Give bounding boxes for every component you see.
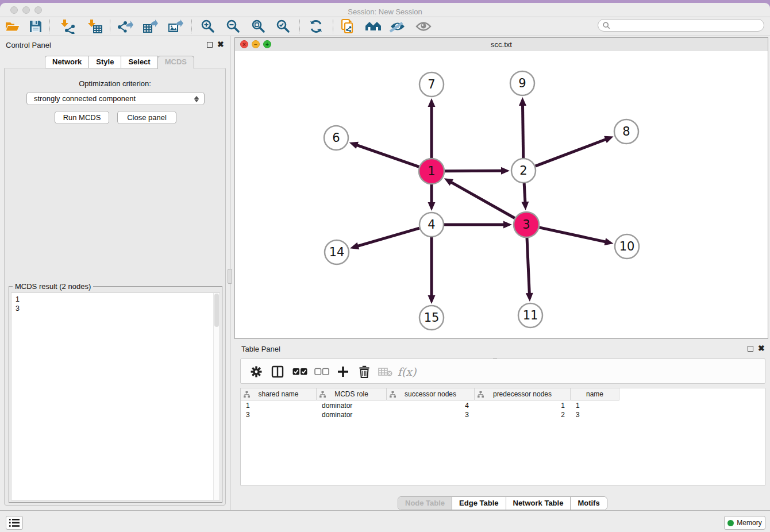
network-graph[interactable]: 1234678910111415 (235, 51, 768, 338)
table-panel-float-icon[interactable] (748, 346, 753, 352)
graph-arrowhead-1-7 (428, 98, 436, 107)
table-mode-button[interactable] (248, 364, 265, 380)
trash-icon (359, 365, 370, 378)
table-cell: 1 (475, 401, 571, 410)
table-row[interactable]: 3dominator323 (241, 410, 765, 419)
table-cell: 2 (475, 410, 571, 419)
toolbar-separator (299, 20, 300, 33)
network-canvas[interactable]: 1234678910111415 (235, 51, 768, 338)
zoom-selected-button[interactable] (274, 18, 293, 34)
optimization-criterion-label: Optimization criterion: (5, 79, 225, 88)
criterion-value: strongly connected component (34, 94, 136, 103)
tab-mcds[interactable]: MCDS (157, 56, 194, 69)
graph-edge-4-14[interactable] (357, 228, 419, 246)
save-session-button[interactable] (26, 18, 45, 34)
close-panel-button[interactable]: Close panel (117, 111, 176, 124)
table-panel-tabs: Node TableEdge TableNetwork TableMotifs (398, 496, 607, 510)
graph-node-label-4: 4 (428, 218, 435, 232)
node-table[interactable]: shared nameMCDS rolesuccessor nodesprede… (240, 388, 765, 485)
graph-edge-2-8[interactable] (536, 139, 607, 166)
delete-table-icon (378, 367, 393, 377)
copy-network-icon (340, 18, 356, 34)
duplicate-network-button[interactable] (338, 18, 357, 34)
tab-network-table[interactable]: Network Table (506, 497, 571, 510)
graph-arrowhead-3-11 (526, 293, 533, 302)
search-input[interactable] (613, 21, 759, 30)
tab-motifs[interactable]: Motifs (570, 497, 606, 510)
column-header-successor-nodes[interactable]: successor nodes (387, 388, 475, 400)
graph-edge-2-9[interactable] (522, 104, 523, 158)
import-network-button[interactable] (58, 18, 78, 34)
result-scrollbar-thumb[interactable] (214, 294, 219, 327)
select-all-button[interactable] (291, 364, 309, 380)
column-header-label: shared name (258, 390, 298, 398)
export-image-button[interactable] (166, 18, 186, 34)
toolbar-separator (333, 20, 333, 33)
column-header-MCDS-role[interactable]: MCDS role (317, 388, 387, 400)
column-header-name[interactable]: name (571, 388, 619, 400)
export-table-button[interactable] (141, 18, 160, 34)
table-panel-close-icon[interactable]: ✖ (758, 345, 765, 351)
tab-edge-table[interactable]: Edge Table (452, 497, 505, 510)
search-field[interactable] (598, 19, 764, 32)
graph-arrowhead-2-3 (521, 202, 529, 210)
mcds-result-textarea[interactable]: 1 3 (11, 292, 220, 500)
criterion-dropdown[interactable]: strongly connected component (26, 92, 205, 105)
table-body: 1dominator4113dominator323 (241, 401, 765, 419)
delete-column-button[interactable] (356, 364, 373, 380)
control-panel-float-icon[interactable] (207, 42, 213, 48)
control-panel-close-icon[interactable]: ✖ (217, 41, 224, 47)
graph-edge-1-6[interactable] (356, 145, 419, 167)
graph-node-label-6: 6 (332, 131, 340, 145)
memory-button[interactable]: Memory (724, 516, 765, 530)
sort-tree-icon (244, 391, 250, 398)
zoom-in-button[interactable] (198, 18, 218, 34)
tab-select[interactable]: Select (121, 56, 157, 68)
tab-node-table[interactable]: Node Table (398, 497, 452, 510)
import-table-button[interactable] (85, 18, 105, 34)
run-mcds-button[interactable]: Run MCDS (55, 111, 109, 124)
deselect-all-button[interactable] (313, 364, 330, 380)
apply-layout-button[interactable] (306, 18, 326, 34)
table-row[interactable]: 1dominator411 (241, 401, 765, 410)
refresh-layout-icon (309, 19, 324, 34)
gear-icon (250, 365, 263, 378)
open-session-button[interactable] (3, 18, 22, 34)
graph-node-label-11: 11 (523, 309, 538, 322)
result-scrollbar[interactable] (213, 293, 220, 500)
sort-tree-icon (319, 391, 326, 398)
toolbar-separator (191, 20, 192, 33)
select-all-icon (292, 368, 307, 376)
show-all-button[interactable] (414, 18, 433, 34)
task-history-button[interactable] (6, 516, 23, 530)
table-cell: 3 (387, 410, 475, 419)
hide-selected-button[interactable] (388, 18, 407, 34)
graph-arrowhead-2-8 (604, 136, 613, 143)
graph-edge-1-2[interactable] (445, 171, 503, 171)
column-header-shared-name[interactable]: shared name (241, 388, 317, 400)
tab-network[interactable]: Network (45, 56, 89, 68)
graph-edge-3-1[interactable] (450, 182, 515, 218)
toolbar-separator (110, 20, 110, 33)
vertical-splitter-grip[interactable] (228, 269, 232, 284)
column-header-label: MCDS role (334, 390, 368, 398)
graph-edge-3-11[interactable] (527, 238, 529, 295)
tab-style[interactable]: Style (88, 56, 121, 68)
first-neighbors-button[interactable] (364, 18, 383, 34)
import-network-icon (60, 19, 76, 34)
export-network-button[interactable] (116, 18, 135, 34)
graph-arrowhead-1-4 (428, 202, 436, 211)
graph-arrowhead-2-9 (519, 97, 526, 106)
mcds-result-title: MCDS result (2 nodes) (13, 282, 93, 291)
zoom-fit-button[interactable] (249, 18, 268, 34)
network-window-titlebar[interactable]: × − + scc.txt (235, 38, 768, 52)
task-list-icon (9, 519, 20, 527)
column-header-predecessor-nodes[interactable]: predecessor nodes (475, 388, 571, 400)
graph-edge-3-10[interactable] (539, 228, 606, 242)
show-columns-button[interactable] (269, 364, 286, 380)
zoom-out-button[interactable] (224, 18, 243, 34)
add-column-button[interactable] (334, 364, 352, 380)
columns-icon (271, 365, 284, 378)
graph-edge-2-3[interactable] (524, 183, 525, 203)
mcds-result-group: MCDS result (2 nodes) 1 3 (9, 286, 222, 503)
